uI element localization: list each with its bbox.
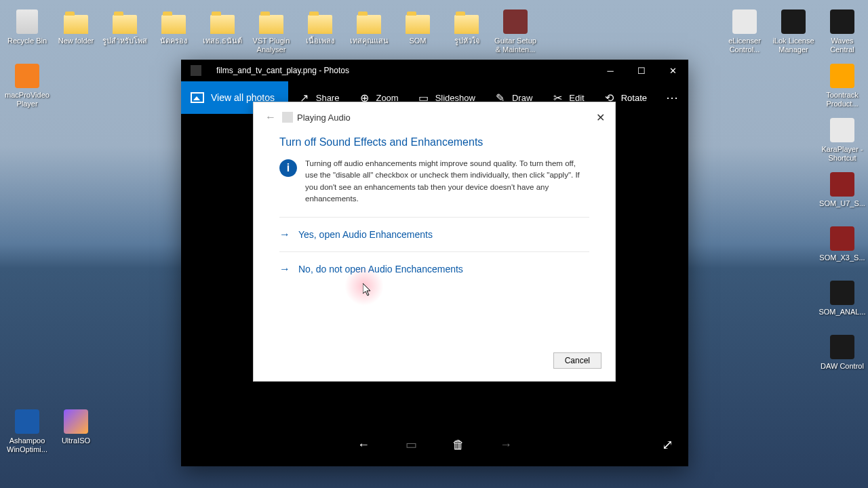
desktop-icon-recycle-bin[interactable]: Recycle Bin	[3, 7, 52, 61]
folder-th3-label: เทสธ.ธนันต์	[203, 37, 242, 45]
folder-th5-label: เทสคุณแสน	[350, 37, 389, 45]
guitar-setup-label: Guitar Setup & Mainten...	[492, 37, 538, 54]
bottom-bar: ← ▭ 🗑 →	[181, 423, 688, 466]
minimize-button[interactable]: ─	[595, 60, 626, 81]
som-anal-icon	[829, 279, 856, 306]
desktop-icon-guitar-setup[interactable]: Guitar Setup & Mainten...	[491, 7, 540, 61]
dialog-icon	[282, 112, 293, 123]
desktop-icon-karaplayer[interactable]: KaraPlayer - Shortcut	[818, 115, 867, 169]
arrow-right-icon: →	[279, 263, 290, 275]
som-icon	[404, 8, 431, 35]
folder-th5-icon	[355, 8, 382, 35]
macpro-label: macProVideo Player	[4, 91, 50, 108]
daw-icon	[829, 333, 856, 361]
dialog-body-text: Turning off audio enhancements might imp…	[305, 158, 589, 205]
dialog-close-button[interactable]: ✕	[593, 110, 607, 124]
desktop-icon-folder-th4[interactable]: เนื้อเพลง	[296, 7, 344, 61]
next-button[interactable]: →	[492, 431, 519, 458]
desktop-icon-som-anal[interactable]: SOM_ANAL...	[818, 278, 867, 332]
titlebar[interactable]: films_and_tv_cant_play.png - Photos ─ ☐ …	[181, 60, 688, 81]
app-icon	[191, 65, 201, 76]
dialog-header: ← Playing Audio ✕	[254, 102, 615, 132]
folder-th2-icon	[160, 8, 187, 35]
folder-th1-icon	[111, 8, 138, 35]
ultraiso-label: UltraISO	[62, 436, 90, 445]
link-no-label: No, do not open Audio Enchancements	[298, 264, 463, 274]
desktop-icon-som-x3[interactable]: SOM_X3_S...	[818, 224, 867, 278]
prev-button[interactable]: ←	[350, 431, 377, 458]
som-u7-label: SOM_U7_S...	[819, 199, 865, 208]
desktop-icon-folder-th2[interactable]: นัดครอง	[149, 7, 198, 61]
window-title: films_and_tv_cant_play.png - Photos	[216, 66, 349, 75]
desktop-icon-ilok[interactable]: iLok License Manager	[769, 7, 818, 61]
desktop-icon-folder-th3[interactable]: เทสธ.ธนันต์	[198, 7, 247, 61]
vst-plugin-label: VST Plugin Analyser	[248, 37, 294, 54]
cancel-button[interactable]: Cancel	[553, 352, 601, 369]
folder-th6-icon	[453, 8, 480, 35]
elicenser-label: eLicenser Control...	[722, 37, 768, 54]
desktop-icons-right: eLicenser Control...iLok License Manager…	[720, 7, 867, 386]
troubleshooter-dialog: ← Playing Audio ✕ Turn off Sound Effects…	[253, 102, 616, 382]
link-yes-label: Yes, open Audio Enhancements	[298, 229, 433, 240]
arrow-right-icon: →	[279, 228, 290, 241]
toontrack-icon	[829, 62, 856, 89]
desktop-icon-toontrack[interactable]: Toontrack Product...	[818, 61, 867, 115]
desktop-icon-vst-plugin[interactable]: VST Plugin Analyser	[247, 7, 296, 61]
dialog-breadcrumb: Playing Audio	[297, 113, 351, 123]
dialog-heading: Turn off Sound Effects and Enhancements	[279, 136, 589, 148]
desktop-icon-daw[interactable]: DAW Control	[818, 332, 867, 386]
waves-label: Waves Central	[819, 37, 865, 54]
desktop-icon-new-folder[interactable]: New folder	[52, 7, 100, 61]
ilok-label: iLok License Manager	[770, 37, 816, 54]
folder-th4-label: เนื้อเพลง	[306, 37, 334, 45]
desktop-icon-som-u7[interactable]: SOM_U7_S...	[818, 169, 867, 224]
folder-th1-label: รูปสำหรับโพส	[102, 37, 147, 45]
rotate-label: Rotate	[621, 93, 647, 103]
collection-button[interactable]: ▭	[397, 431, 425, 458]
desktop-icon-waves[interactable]: Waves Central	[818, 7, 867, 61]
desktop-icon-macpro[interactable]: macProVideo Player	[3, 61, 52, 115]
guitar-setup-icon	[502, 8, 529, 35]
ashampoo-icon	[14, 408, 41, 435]
desktop-icon-folder-th5[interactable]: เทสคุณแสน	[344, 7, 393, 61]
vst-plugin-icon	[258, 8, 285, 35]
recycle-bin-label: Recycle Bin	[7, 37, 47, 45]
som-x3-icon	[829, 225, 856, 252]
folder-th3-icon	[209, 8, 236, 35]
som-x3-label: SOM_X3_S...	[819, 253, 865, 262]
desktop-icon-elicenser[interactable]: eLicenser Control...	[720, 7, 769, 61]
delete-button[interactable]: 🗑	[445, 431, 472, 458]
desktop-icons-bottom: Ashampoo WinOptimi...UltraISO	[3, 407, 100, 461]
no-dont-open-link[interactable]: → No, do not open Audio Enchancements	[279, 252, 589, 286]
desktop: Recycle BinNew folderรูปสำหรับโพสนัดครอง…	[0, 0, 868, 488]
ultraiso-icon	[62, 408, 90, 435]
close-button[interactable]: ✕	[657, 60, 688, 81]
waves-icon	[829, 8, 856, 35]
folder-th2-label: นัดครอง	[160, 37, 187, 45]
desktop-icon-folder-th1[interactable]: รูปสำหรับโพส	[100, 7, 149, 61]
elicenser-icon	[731, 8, 758, 35]
maximize-button[interactable]: ☐	[626, 60, 657, 81]
daw-label: DAW Control	[821, 362, 864, 371]
new-folder-label: New folder	[58, 37, 94, 45]
ashampoo-label: Ashampoo WinOptimi...	[4, 436, 50, 454]
desktop-icon-ultraiso[interactable]: UltraISO	[52, 407, 100, 461]
new-folder-icon	[62, 8, 90, 35]
karaplayer-icon	[829, 117, 856, 144]
ilok-icon	[780, 8, 807, 35]
more-button[interactable]: ⋯	[656, 81, 688, 114]
folder-th6-label: รูปหัวใจ	[454, 37, 479, 45]
toontrack-label: Toontrack Product...	[819, 91, 865, 108]
info-icon: i	[279, 159, 297, 177]
desktop-icon-ashampoo[interactable]: Ashampoo WinOptimi...	[3, 407, 52, 461]
recycle-bin-icon	[14, 8, 41, 35]
fullscreen-button[interactable]: ⤢	[662, 436, 673, 453]
back-button[interactable]: ←	[264, 111, 277, 123]
karaplayer-label: KaraPlayer - Shortcut	[819, 145, 865, 163]
folder-th4-icon	[307, 8, 334, 35]
yes-open-enhancements-link[interactable]: → Yes, open Audio Enhancements	[279, 218, 589, 252]
desktop-icon-som[interactable]: SOM	[393, 7, 442, 61]
macpro-icon	[14, 62, 41, 89]
desktop-icon-folder-th6[interactable]: รูปหัวใจ	[442, 7, 491, 61]
som-anal-label: SOM_ANAL...	[818, 308, 865, 317]
